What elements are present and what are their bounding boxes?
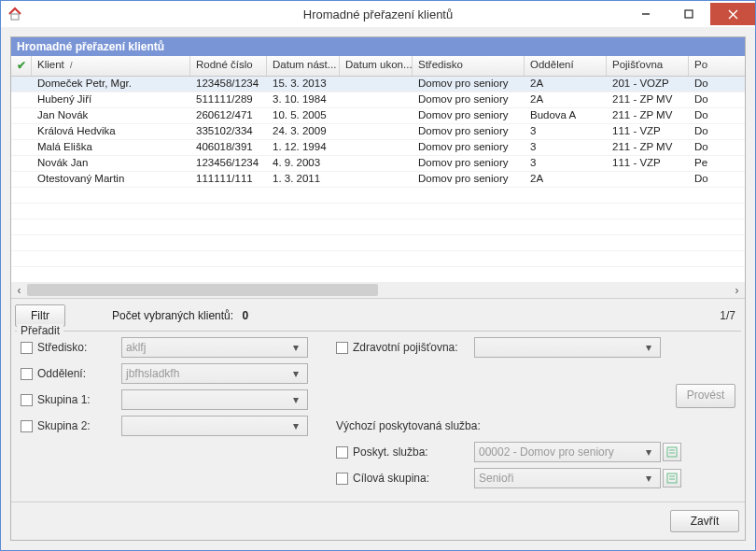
table-row[interactable]: Králová Hedvika335102/33424. 3. 2009Domo…	[11, 124, 745, 140]
cell-rodne: 406018/391	[190, 140, 267, 155]
cell-po: Do	[689, 140, 717, 155]
cell-stredisko: Domov pro seniory	[413, 92, 525, 107]
cell-nast: 24. 3. 2009	[267, 124, 340, 139]
poskyt-lookup-button[interactable]	[663, 443, 681, 461]
col-check[interactable]: ✔	[11, 56, 32, 76]
poskyt-checkbox[interactable]	[336, 446, 348, 459]
panel-title: Hromadné přeřazení klientů	[11, 37, 745, 56]
chevron-down-icon: ▾	[641, 341, 656, 354]
zdrav-checkbox[interactable]	[336, 342, 348, 354]
cell-klient: Otestovaný Martin	[32, 172, 190, 187]
scroll-right-icon[interactable]: ›	[729, 282, 745, 298]
cell-check	[11, 77, 32, 92]
cell-klient: Novák Jan	[32, 156, 190, 171]
cell-oddeleni: 3	[525, 156, 607, 171]
zdrav-combo[interactable]: ▾	[474, 337, 661, 358]
table-row[interactable]: Domeček Petr, Mgr.123458/123415. 3. 2013…	[11, 77, 745, 92]
window: Hromadné přeřazení klientů Hromadné přeř…	[0, 0, 756, 551]
oddeleni-checkbox[interactable]	[21, 368, 33, 380]
content: Hromadné přeřazení klientů ✔ Klient / Ro…	[1, 27, 755, 550]
table-row[interactable]: Jan Novák260612/47110. 5. 2005Domov pro …	[11, 108, 745, 124]
cell-ukon	[340, 77, 413, 92]
svg-rect-5	[667, 447, 677, 457]
cell-pojistovna: 211 - ZP MV	[607, 140, 689, 155]
table-row[interactable]: Novák Jan123456/12344. 9. 2003Domov pro …	[11, 156, 745, 172]
cell-oddeleni: 2A	[525, 172, 607, 187]
maximize-button[interactable]	[667, 3, 710, 25]
cilova-checkbox[interactable]	[336, 473, 348, 485]
provest-button[interactable]: Provést	[676, 384, 735, 408]
table-row[interactable]: Hubený Jiří511111/2893. 10. 1984Domov pr…	[11, 92, 745, 108]
close-button[interactable]	[710, 3, 755, 25]
reassign-fieldset: Přeřadit Středisko: aklfj ▾ Zdravotní po…	[15, 331, 741, 498]
scroll-thumb[interactable]	[27, 284, 378, 296]
col-oddeleni[interactable]: Oddělení	[525, 56, 607, 76]
skupina2-checkbox[interactable]	[21, 420, 33, 432]
col-klient[interactable]: Klient /	[32, 56, 190, 76]
skupina1-checkbox[interactable]	[21, 394, 33, 406]
cell-nast: 1. 3. 2011	[267, 172, 340, 187]
cell-rodne: 111111/111	[190, 172, 267, 187]
cell-ukon	[340, 92, 413, 107]
scroll-left-icon[interactable]: ‹	[11, 282, 27, 298]
cell-oddeleni: 3	[525, 124, 607, 139]
cell-pojistovna: 111 - VZP	[607, 124, 689, 139]
table-row[interactable]: Otestovaný Martin111111/1111. 3. 2011Dom…	[11, 172, 745, 188]
minimize-button[interactable]	[624, 3, 667, 25]
cell-pojistovna: 211 - ZP MV	[607, 108, 689, 123]
scroll-track[interactable]	[27, 282, 729, 298]
skupina2-label: Skupina 2:	[37, 419, 121, 432]
cell-stredisko: Domov pro seniory	[413, 77, 525, 92]
cell-nast: 10. 5. 2005	[267, 108, 340, 123]
table-row-empty	[11, 267, 745, 282]
cilova-label: Cílová skupina:	[353, 472, 474, 485]
col-ukon[interactable]: Datum ukon...	[340, 56, 413, 76]
cell-klient: Jan Novák	[32, 108, 190, 123]
col-klient-label: Klient	[37, 59, 64, 70]
cell-rodne: 260612/471	[190, 108, 267, 123]
cell-stredisko: Domov pro seniory	[413, 108, 525, 123]
horizontal-scrollbar[interactable]: ‹ ›	[11, 282, 745, 298]
chevron-down-icon: ▾	[641, 472, 656, 485]
skupina2-combo[interactable]: ▾	[121, 416, 308, 436]
zdrav-label: Zdravotní pojišťovna:	[353, 341, 474, 354]
toolbar: Filtr Počet vybraných klientů: 0 1/7	[11, 299, 745, 329]
cell-check	[11, 172, 32, 187]
col-stredisko[interactable]: Středisko	[413, 56, 525, 76]
col-pojistovna[interactable]: Pojišťovna	[607, 56, 689, 76]
vychozi-label: Výchozí poskytovaná služba:	[336, 419, 681, 432]
selected-count-label: Počet vybraných klientů: 0	[112, 309, 248, 322]
fieldset-legend: Přeřadit	[17, 324, 63, 337]
col-nast[interactable]: Datum nást...	[267, 56, 340, 76]
poskyt-label: Poskyt. služba:	[353, 445, 474, 459]
stredisko-value: aklfj	[126, 341, 146, 354]
cell-po: Do	[689, 92, 717, 107]
cell-check	[11, 108, 32, 123]
cilova-lookup-button[interactable]	[663, 469, 681, 487]
cell-rodne: 123456/1234	[190, 156, 267, 171]
table-row-empty	[11, 251, 745, 267]
count-value: 0	[242, 309, 248, 322]
grid-body[interactable]: Domeček Petr, Mgr.123458/123415. 3. 2013…	[11, 77, 745, 282]
skupina1-label: Skupina 1:	[37, 393, 121, 406]
oddeleni-combo[interactable]: jbfhsladkfh ▾	[121, 363, 308, 384]
col-po[interactable]: Po	[689, 56, 717, 76]
table-row[interactable]: Malá Eliška406018/3911. 12. 1994Domov pr…	[11, 140, 745, 156]
stredisko-checkbox[interactable]	[21, 342, 33, 354]
cell-pojistovna: 211 - ZP MV	[607, 92, 689, 107]
cell-po: Do	[689, 172, 717, 187]
svg-rect-8	[667, 473, 677, 483]
skupina1-combo[interactable]: ▾	[121, 389, 308, 410]
col-rodne[interactable]: Rodné číslo	[190, 56, 267, 76]
stredisko-combo[interactable]: aklfj ▾	[121, 337, 308, 358]
close-dialog-button[interactable]: Zavřít	[670, 510, 739, 532]
oddeleni-value: jbfhsladkfh	[126, 367, 179, 380]
cell-stredisko: Domov pro seniory	[413, 124, 525, 139]
cilova-combo[interactable]: Senioři ▾	[474, 468, 661, 488]
cell-stredisko: Domov pro seniory	[413, 140, 525, 155]
cell-po: Do	[689, 108, 717, 123]
provest-wrap: Provést	[676, 384, 735, 408]
titlebar: Hromadné přeřazení klientů	[1, 1, 755, 27]
cell-ukon	[340, 108, 413, 123]
poskyt-combo[interactable]: 00002 - Domov pro seniory ▾	[474, 442, 661, 462]
